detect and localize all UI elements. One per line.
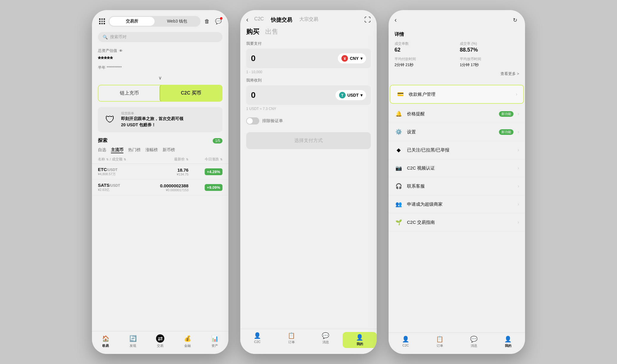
- price-sats: 0.0000002388: [160, 183, 189, 188]
- p2-tabs: C2C 快捷交易 大宗交易: [254, 16, 318, 23]
- menu-support[interactable]: 🎧 联系客服 ›: [389, 177, 525, 195]
- tab-c2c[interactable]: C2C: [254, 16, 264, 23]
- receive-amount: 0: [251, 90, 256, 100]
- receive-label: 我将收到: [246, 78, 371, 83]
- table-row[interactable]: SATS/USDT ¥2.63亿 0.0000002388 ¥0.0000017…: [92, 180, 228, 195]
- asset-value: *****: [98, 55, 222, 64]
- sort-vol[interactable]: ⇅: [124, 158, 126, 161]
- chain-recharge-btn[interactable]: 链上充币: [98, 85, 160, 101]
- menu-guide[interactable]: 🌱 C2C 交易指南 ›: [389, 213, 525, 232]
- cny-icon: ¥: [341, 55, 348, 62]
- phone2-header: ‹ C2C 快捷交易 大宗交易 ⛶: [240, 10, 377, 27]
- tab-new[interactable]: 新币榜: [163, 147, 175, 153]
- tab-mainstream[interactable]: 主流币: [111, 147, 123, 153]
- col-name-header: 名称 ⇅ / 成交额 ⇅: [98, 157, 143, 162]
- details-grid: 成交单数 62 成交率 (%) 88.57% 平均付款时间 2分钟 21秒 平均…: [395, 41, 519, 68]
- pay-input-row[interactable]: 0 ¥ CNY ▾: [246, 49, 371, 68]
- new-badge-price: 新功能: [499, 111, 513, 117]
- home-icon: 🏠: [101, 334, 110, 343]
- c2c-buy-btn[interactable]: C2C 买币: [160, 85, 222, 102]
- nav-trade[interactable]: ⇄ 交易: [147, 334, 174, 348]
- p3-nav-messages[interactable]: 💬 消息: [457, 336, 491, 348]
- menu-settings[interactable]: ⚙️ 设置 新功能 ›: [389, 123, 525, 141]
- menu-payment-label: 收款账户管理: [409, 92, 512, 97]
- p3-refresh-icon[interactable]: ↻: [511, 16, 519, 24]
- p3-c2c-icon: 👤: [402, 336, 409, 343]
- nav-finance[interactable]: 💰 金融: [174, 334, 201, 348]
- message-icon[interactable]: 💬: [214, 17, 222, 25]
- eye-icon[interactable]: 👁: [119, 49, 123, 53]
- market-tabs: 自选 主流币 热门榜 涨幅榜 新币榜: [92, 146, 228, 155]
- nav-discover[interactable]: 🔄 发现: [119, 334, 147, 348]
- menu-merchant[interactable]: 👥 申请成为超级商家 ›: [389, 195, 525, 213]
- explore-header: 探索 1/5: [92, 135, 228, 146]
- tab-watchlist[interactable]: 自选: [98, 147, 106, 153]
- phone2-bottom-nav: 👤 C2C 📋 订单 💬 消息 👤 我的: [240, 329, 377, 354]
- p3-nav-orders[interactable]: 📋 订单: [423, 336, 457, 348]
- stat-pay-time: 平均付款时间 2分钟 21秒: [395, 57, 454, 68]
- sort-price[interactable]: ⇅: [186, 158, 188, 161]
- tab-gainers[interactable]: 涨幅榜: [145, 147, 158, 153]
- receive-input-row[interactable]: 0 T USDT ▾: [246, 85, 371, 105]
- bell-icon: 🔔: [395, 110, 403, 118]
- pay-method-btn[interactable]: 选择支付方式: [246, 132, 371, 149]
- menu-chevron: ›: [518, 165, 519, 171]
- menu-merchant-label: 申请成为超级商家: [407, 202, 513, 207]
- menu-chevron: ›: [518, 147, 519, 153]
- nav-exchange[interactable]: 🏠 欧易: [92, 334, 119, 348]
- usdt-pill[interactable]: T USDT ▾: [335, 90, 366, 100]
- usdt-dropdown: ▾: [360, 93, 362, 98]
- phone-3: ‹ ↻ 详情 成交单数 62 成交率 (%) 88.57% 平均付款时间 2分钟…: [389, 10, 525, 354]
- card-icon: 💳: [396, 90, 405, 98]
- menu-video-verify[interactable]: 📷 C2C 视频认证 ›: [389, 159, 525, 177]
- menu-blacklist[interactable]: ◆ 已关注/已拉黑/已举报 ›: [389, 141, 525, 159]
- chevron-down[interactable]: ∨: [92, 74, 228, 82]
- p2-nav-mine[interactable]: 👤 我的: [343, 332, 377, 348]
- tab-exchange[interactable]: 交易所: [109, 17, 155, 26]
- trade-icon: ⇄: [156, 334, 164, 343]
- p2-nav-orders[interactable]: 📋 订单: [274, 332, 308, 348]
- p2-nav-messages[interactable]: 💬 消息: [308, 332, 343, 348]
- promo-content: 现货跟单 即刻开启跟单之旅，首次交易可领20 USDT 包赔券！: [121, 111, 183, 128]
- scan-icon[interactable]: ⛶: [364, 16, 371, 24]
- menu-payment-accounts[interactable]: 💳 收款账户管理 ›: [390, 85, 524, 104]
- promo-label: 现货跟单: [121, 111, 183, 116]
- cny-dropdown: ▾: [360, 56, 362, 61]
- tab-block[interactable]: 大宗交易: [299, 16, 318, 23]
- buy-tab[interactable]: 购买: [246, 27, 259, 36]
- grid-icon[interactable]: [98, 17, 106, 25]
- sort-name[interactable]: ⇅: [106, 158, 109, 161]
- p3-nav-c2c[interactable]: 👤 C2C: [389, 336, 423, 348]
- p2-nav-c2c[interactable]: 👤 C2C: [240, 332, 274, 348]
- pay-label: 我要支付: [246, 41, 371, 46]
- promo-banner[interactable]: 🛡 现货跟单 即刻开启跟单之旅，首次交易可领20 USDT 包赔券！: [98, 107, 222, 132]
- tab-hot[interactable]: 热门榜: [128, 147, 141, 153]
- back-button[interactable]: ‹: [246, 16, 248, 24]
- nav-assets[interactable]: 📊 资产: [201, 334, 228, 348]
- sell-tab[interactable]: 出售: [265, 27, 278, 36]
- table-row[interactable]: ETC/USDT ¥4,808.57万 18.76 ¥134.75 +4.28%: [92, 164, 228, 180]
- p3-messages-icon: 💬: [470, 336, 478, 343]
- coin-vol-etc: ¥4,808.57万: [98, 172, 117, 176]
- menu-price-alert[interactable]: 🔔 价格提醒 新功能 ›: [389, 105, 525, 123]
- menu-chevron: ›: [518, 111, 519, 116]
- cny-label: CNY: [350, 56, 359, 61]
- receive-section: 我将收到 0 T USDT ▾ 1 USDT ≈ 7.3 CNY: [240, 78, 377, 114]
- stat-release-label: 平均放币时间: [460, 57, 519, 62]
- p3-nav-mine[interactable]: 👤 我的: [491, 336, 525, 348]
- menu-blacklist-label: 已关注/已拉黑/已举报: [407, 147, 513, 153]
- stat-pay-value: 2分钟 21秒: [395, 62, 454, 68]
- sort-change[interactable]: ⇅: [220, 158, 222, 161]
- p3-back-button[interactable]: ‹: [395, 16, 397, 24]
- search-bar[interactable]: 🔍 搜索币对: [98, 32, 222, 42]
- tab-web3[interactable]: Web3 钱包: [155, 17, 200, 26]
- menu-chevron: ›: [518, 129, 519, 135]
- stat-rate: 成交率 (%) 88.57%: [460, 41, 519, 53]
- cny-pill[interactable]: ¥ CNY ▾: [338, 53, 366, 63]
- verify-toggle[interactable]: [246, 117, 259, 124]
- delete-icon[interactable]: 🗑: [203, 17, 211, 25]
- see-more[interactable]: 查看更多 >: [395, 71, 519, 76]
- phone3-header: ‹ ↻: [389, 10, 525, 28]
- tab-quick[interactable]: 快捷交易: [271, 16, 292, 23]
- toggle-row: 排除验证单: [246, 114, 371, 127]
